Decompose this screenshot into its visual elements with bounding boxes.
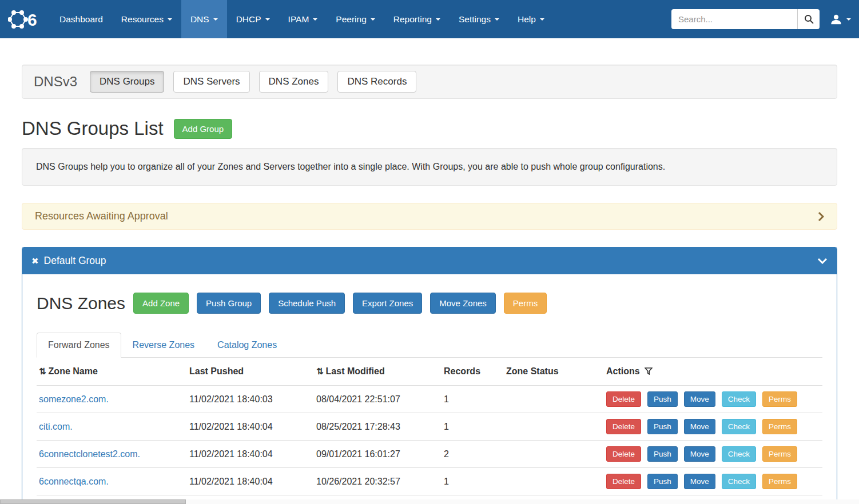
schedule-push-button[interactable]: Schedule Push (269, 293, 345, 314)
push-button[interactable]: Push (647, 391, 678, 407)
nav-item-reporting[interactable]: Reporting (384, 0, 450, 38)
zone-name-link[interactable]: citi.com. (39, 422, 73, 431)
user-menu[interactable] (830, 13, 851, 26)
group-panel-header[interactable]: ✖ Default Group (22, 247, 837, 274)
group-perms-button[interactable]: Perms (504, 293, 547, 314)
move-button[interactable]: Move (684, 391, 715, 407)
perms-button[interactable]: Perms (762, 446, 797, 462)
group-title: Default Group (44, 255, 106, 267)
zone-name-link[interactable]: 6connectqa.com. (39, 477, 109, 486)
column-header-records[interactable]: Records (442, 358, 504, 386)
search-input[interactable] (671, 9, 797, 29)
nav-item-dashboard[interactable]: Dashboard (50, 0, 112, 38)
dns-groups-button[interactable]: DNS Groups (90, 71, 164, 93)
chevron-down-icon (313, 18, 317, 21)
chevron-down-icon (213, 18, 218, 21)
brand-hexagon-icon: 6 (8, 6, 41, 33)
zones-section-title: DNS Zones (37, 294, 125, 313)
add-group-button[interactable]: Add Group (174, 119, 233, 139)
add-zone-button[interactable]: Add Zone (133, 293, 189, 314)
row-actions: Delete Push Move Check Perms (606, 474, 818, 489)
zone-status-cell (504, 468, 604, 495)
move-button[interactable]: Move (684, 446, 715, 462)
zone-status-cell (504, 413, 604, 441)
tab-reverse-zones[interactable]: Reverse Zones (121, 333, 206, 358)
collapse-toggle[interactable] (817, 258, 828, 264)
groups-description: DNS Groups help you to organize all of y… (22, 148, 837, 186)
move-button[interactable]: Move (684, 419, 715, 434)
delete-button[interactable]: Delete (606, 391, 641, 407)
chevron-down-icon (168, 18, 172, 21)
chevron-down-icon (495, 18, 499, 21)
move-button[interactable]: Move (684, 474, 715, 489)
nav-item-dns[interactable]: DNS (181, 0, 227, 38)
table-row: 6connectclonetest2.com. 11/02/2021 18:40… (37, 441, 822, 468)
last-pushed-cell: 11/02/2021 18:40:03 (187, 386, 314, 413)
perms-button[interactable]: Perms (762, 474, 797, 489)
perms-button[interactable]: Perms (762, 419, 797, 434)
nav-item-peering[interactable]: Peering (327, 0, 384, 38)
dns-records-button[interactable]: DNS Records (337, 71, 416, 93)
move-zones-button[interactable]: Move Zones (430, 293, 496, 314)
last-modified-cell: 09/01/2021 16:01:27 (314, 441, 442, 468)
zone-name-link[interactable]: 6connectclonetest2.com. (39, 449, 140, 459)
tab-catalog-zones[interactable]: Catalog Zones (206, 333, 288, 358)
column-header-last-pushed[interactable]: Last Pushed (187, 358, 314, 386)
chevron-down-icon (265, 18, 270, 21)
records-cell: 1 (442, 413, 504, 441)
delete-button[interactable]: Delete (606, 474, 641, 489)
dnsv3-toolbar: DNSv3 DNS Groups DNS Servers DNS Zones D… (22, 65, 837, 99)
tab-forward-zones[interactable]: Forward Zones (37, 333, 121, 358)
perms-button[interactable]: Perms (762, 391, 797, 407)
top-navbar: 6 Dashboard Resources DNS DHCP IPAM Peer… (0, 0, 859, 38)
push-button[interactable]: Push (647, 474, 678, 489)
nav-item-dhcp[interactable]: DHCP (227, 0, 279, 38)
nav-item-ipam[interactable]: IPAM (279, 0, 327, 38)
zone-name-link[interactable]: somezone2.com. (39, 394, 109, 404)
export-zones-button[interactable]: Export Zones (353, 293, 422, 314)
nav-item-resources[interactable]: Resources (112, 0, 181, 38)
check-button[interactable]: Check (722, 446, 756, 462)
resources-awaiting-approval-panel[interactable]: Resources Awaiting Approval (22, 203, 837, 230)
table-header-row: ⇅Zone Name Last Pushed ⇅Last Modified Re… (37, 358, 822, 386)
dns-servers-button[interactable]: DNS Servers (173, 71, 249, 93)
push-button[interactable]: Push (647, 446, 678, 462)
delete-button[interactable]: Delete (606, 446, 641, 462)
close-icon[interactable]: ✖ (31, 256, 39, 266)
chevron-down-icon (371, 18, 375, 21)
6connect-logo[interactable]: 6 (5, 0, 50, 38)
table-row: somezone2.com. 11/02/2021 18:40:03 08/04… (37, 386, 822, 413)
sort-icon: ⇅ (39, 366, 46, 376)
search-icon (804, 14, 814, 24)
nav-item-help[interactable]: Help (508, 0, 554, 38)
horizontal-scrollbar (0, 499, 859, 504)
column-header-last-modified[interactable]: ⇅Last Modified (314, 358, 442, 386)
last-pushed-cell: 11/02/2021 18:40:04 (187, 468, 314, 495)
check-button[interactable]: Check (722, 391, 756, 407)
last-modified-cell: 10/26/2021 20:32:57 (314, 468, 442, 495)
delete-button[interactable]: Delete (606, 419, 641, 434)
filter-icon[interactable] (645, 367, 653, 375)
records-cell: 1 (442, 468, 504, 495)
chevron-down-icon (846, 18, 851, 21)
dnsv3-label: DNSv3 (34, 74, 77, 90)
last-modified-cell: 08/04/2021 22:51:07 (314, 386, 442, 413)
main-menu: Dashboard Resources DNS DHCP IPAM Peerin… (50, 0, 554, 38)
chevron-down-icon (436, 18, 440, 21)
push-group-button[interactable]: Push Group (197, 293, 261, 314)
horizontal-scrollbar-thumb[interactable] (0, 499, 186, 504)
search-button[interactable] (797, 9, 820, 29)
check-button[interactable]: Check (722, 474, 756, 489)
column-header-zone-name[interactable]: ⇅Zone Name (37, 358, 187, 386)
nav-item-settings[interactable]: Settings (450, 0, 508, 38)
default-group-panel: ✖ Default Group DNS Zones Add Zone Push … (22, 247, 837, 504)
svg-text:6: 6 (27, 10, 37, 29)
records-cell: 1 (442, 386, 504, 413)
column-header-actions[interactable]: Actions (604, 358, 822, 386)
page-content: DNSv3 DNS Groups DNS Servers DNS Zones D… (22, 65, 837, 504)
dns-zones-button[interactable]: DNS Zones (259, 71, 329, 93)
row-actions: Delete Push Move Check Perms (606, 419, 818, 434)
push-button[interactable]: Push (647, 419, 678, 434)
check-button[interactable]: Check (722, 419, 756, 434)
column-header-zone-status[interactable]: Zone Status (504, 358, 604, 386)
